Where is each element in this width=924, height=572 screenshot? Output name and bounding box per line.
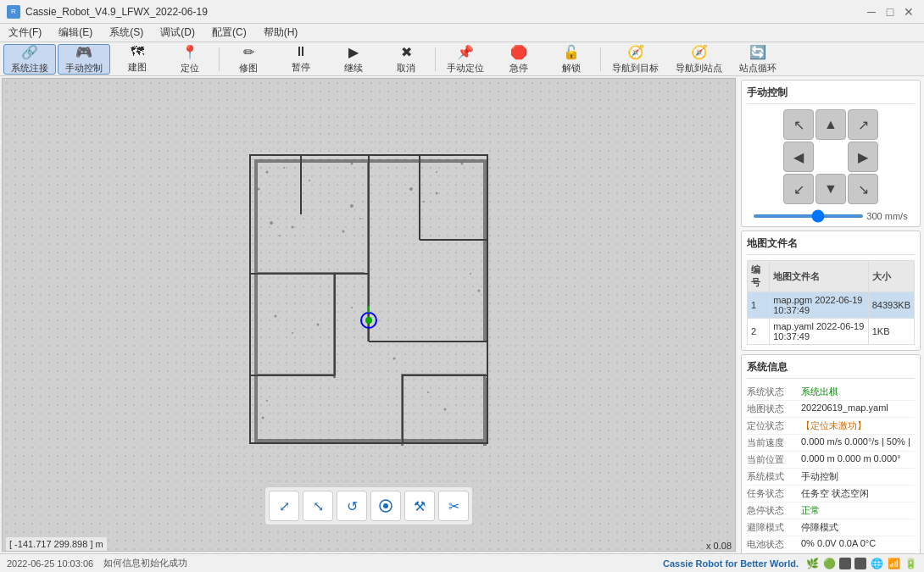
svg-rect-19 <box>333 272 336 378</box>
svg-point-26 <box>258 188 260 191</box>
svg-point-37 <box>444 408 447 411</box>
sysinfo-row: 定位状态 【定位未激功】 <box>747 418 915 435</box>
status-black1-icon <box>839 558 851 569</box>
tool2-button[interactable]: ✂ <box>438 491 469 521</box>
toolbar: 🔗 系统注接 🎮 手动控制 🗺 建图 📍 定位 ✏ 修图 ⏸ 暂停 ▶ 继续 ✖… <box>0 42 924 76</box>
manual-control-section: 手动控制 ↖ ▲ ↗ ◀ ▶ ↙ ▼ ↘ <box>741 80 921 227</box>
title-bar: R Cassie_Robot_V4.9_LFWX_2022-06-19 ─ □ … <box>0 0 924 24</box>
dpad-left-button[interactable]: ◀ <box>783 142 814 172</box>
dpad-down-left-button[interactable]: ↙ <box>783 174 814 204</box>
title-bar-left: R Cassie_Robot_V4.9_LFWX_2022-06-19 <box>7 5 208 19</box>
emergency-stop-button[interactable]: 🛑 急停 <box>493 44 544 75</box>
manual-control-icon: 🎮 <box>75 44 92 60</box>
map-scale: x 0.08 <box>706 541 732 551</box>
map-drawing <box>3 96 735 525</box>
svg-point-32 <box>292 332 293 334</box>
manual-control-button[interactable]: 🎮 手动控制 <box>58 44 110 75</box>
svg-point-34 <box>351 307 353 308</box>
minimize-button[interactable]: ─ <box>863 3 880 20</box>
sysinfo-value-map-status: 20220619_map.yaml <box>801 403 915 415</box>
robot-pos-button[interactable] <box>370 491 401 521</box>
svg-point-48 <box>409 187 413 191</box>
map-table-header-size: 大小 <box>868 261 914 292</box>
menu-file[interactable]: 文件(F) <box>3 24 47 42</box>
menu-debug[interactable]: 调试(D) <box>155 24 200 42</box>
build-map-button[interactable]: 🗺 建图 <box>112 44 163 75</box>
reset-button[interactable]: ↺ <box>337 491 367 521</box>
continue-button[interactable]: ▶ 继续 <box>328 44 379 75</box>
svg-point-24 <box>266 171 269 174</box>
window-title: Cassie_Robot_V4.9_LFWX_2022-06-19 <box>25 6 208 18</box>
svg-point-39 <box>262 417 264 419</box>
app-icon: R <box>7 5 20 19</box>
sysinfo-label-mode: 系统模式 <box>747 470 798 483</box>
menu-edit[interactable]: 编辑(E) <box>53 24 97 42</box>
locate-button[interactable]: 📍 定位 <box>164 44 215 75</box>
svg-point-28 <box>351 163 353 165</box>
build-map-icon: 🗺 <box>131 44 144 59</box>
status-datetime: 2022-06-25 10:03:06 <box>7 558 93 569</box>
sysinfo-value-battery: 0% 0.0V 0.0A 0°C <box>801 538 915 551</box>
system-connect-button[interactable]: 🔗 系统注接 <box>3 44 56 75</box>
speed-slider[interactable] <box>754 214 863 218</box>
relax-button[interactable]: 🔓 解锁 <box>546 44 597 75</box>
map-toolbar: ⤢ ⤡ ↺ ⚒ ✂ <box>264 486 473 525</box>
dpad-down-right-button[interactable]: ↘ <box>848 174 878 204</box>
sysinfo-row: 电池状态 0% 0.0V 0.0A 0°C <box>747 536 915 553</box>
sysinfo-value-position: 0.000 m 0.000 m 0.000° <box>801 453 915 466</box>
edit-map-button[interactable]: ✏ 修图 <box>223 44 274 75</box>
dpad-up-right-button[interactable]: ↗ <box>848 109 878 140</box>
svg-point-46 <box>359 218 361 219</box>
tool1-button[interactable]: ⚒ <box>404 491 435 521</box>
svg-rect-23 <box>483 374 486 446</box>
svg-point-31 <box>275 315 277 318</box>
map-row-2-id: 2 <box>748 319 770 345</box>
map-files-title: 地图文件名 <box>747 236 915 255</box>
zoom-fit-button[interactable]: ⤢ <box>269 491 299 521</box>
nav-target-icon: 🧭 <box>627 44 644 60</box>
svg-point-25 <box>283 167 285 169</box>
battery-icon: 🔋 <box>904 557 917 570</box>
menu-system[interactable]: 系统(S) <box>104 24 148 42</box>
sysinfo-label-estop: 急停状态 <box>747 504 798 517</box>
dpad-center <box>815 142 846 172</box>
close-button[interactable]: ✕ <box>900 3 917 20</box>
emergency-stop-label: 急停 <box>509 62 528 75</box>
pause-button[interactable]: ⏸ 暂停 <box>276 44 326 75</box>
dpad-right-button[interactable]: ▶ <box>848 142 878 172</box>
dpad-up-button[interactable]: ▲ <box>815 109 846 140</box>
map-table-row[interactable]: 1 map.pgm 2022-06-19 10:37:49 84393KB <box>748 292 915 319</box>
cancel-button[interactable]: ✖ 取消 <box>381 44 431 75</box>
dpad-row-middle: ◀ ▶ <box>783 142 878 172</box>
status-green-icon: 🟢 <box>822 557 836 570</box>
title-bar-controls[interactable]: ─ □ ✕ <box>863 3 917 20</box>
system-connect-icon: 🔗 <box>21 44 38 60</box>
menu-config[interactable]: 配置(C) <box>207 24 252 42</box>
manual-locate-button[interactable]: 📌 手动定位 <box>439 44 492 75</box>
toolbar-sep-1 <box>219 47 220 71</box>
station-loop-label: 站点循环 <box>739 62 776 75</box>
sysinfo-value-system-status: 系统出棋 <box>801 386 915 398</box>
pause-icon: ⏸ <box>294 44 308 59</box>
zoom-in-button[interactable]: ⤡ <box>303 491 333 521</box>
menu-help[interactable]: 帮助(H) <box>259 24 303 42</box>
sysinfo-value-estop: 正常 <box>801 504 915 517</box>
nav-target-button[interactable]: 🧭 导航到目标 <box>604 44 666 75</box>
maximize-button[interactable]: □ <box>882 3 899 20</box>
status-black2-icon <box>854 558 866 569</box>
system-info-title: 系统信息 <box>747 360 915 379</box>
svg-point-52 <box>365 317 372 324</box>
dpad-down-button[interactable]: ▼ <box>815 174 846 204</box>
nav-node-button[interactable]: 🧭 导航到站点 <box>668 44 730 75</box>
map-row-2-name: map.yaml 2022-06-19 10:37:49 <box>770 319 868 345</box>
dpad-up-left-button[interactable]: ↖ <box>783 109 814 140</box>
svg-point-55 <box>383 503 388 508</box>
nav-target-label: 导航到目标 <box>612 62 659 75</box>
svg-rect-13 <box>254 439 483 442</box>
svg-rect-15 <box>483 159 487 342</box>
cancel-label: 取消 <box>397 62 415 75</box>
map-area[interactable]: Received a 8090 X 10682 /maps/map.pgm @ … <box>2 78 736 552</box>
station-loop-button[interactable]: 🔄 站点循环 <box>732 44 784 75</box>
map-row-1-size: 84393KB <box>868 292 914 319</box>
map-table-row[interactable]: 2 map.yaml 2022-06-19 10:37:49 1KB <box>748 319 915 345</box>
